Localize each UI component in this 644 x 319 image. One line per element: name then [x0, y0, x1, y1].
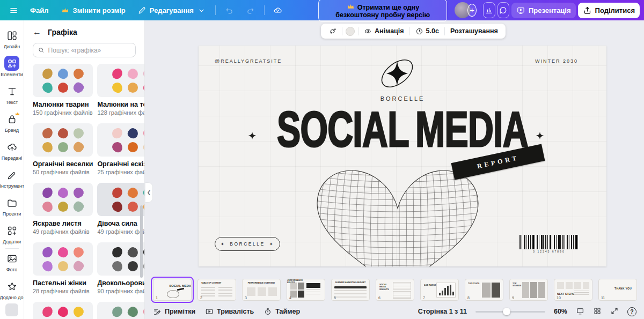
rail-item[interactable]: Додано до ... [0, 276, 24, 303]
slide-title-text[interactable]: SOCIAL MEDIA [199, 107, 606, 152]
slide-canvas[interactable]: @REALLYGREATSITE WINTER 2030 BORCELLE SO… [199, 46, 606, 266]
apps-icon [4, 223, 19, 238]
slide-number: 2 [200, 296, 202, 300]
slide-thumbnail[interactable]: SOCIAL MEDIA INSIGHTS 6 [376, 279, 414, 301]
present-button[interactable]: Презентація [511, 3, 576, 18]
barcode-graphic[interactable]: 0 12345 67890 [519, 235, 579, 253]
slide-handle-text[interactable]: @REALLYGREATSITE [215, 58, 282, 64]
cloud-check-icon [273, 6, 282, 15]
graphics-collection-tile[interactable]: Органічні веселки 50 графічних файлів [33, 123, 93, 175]
redo-button[interactable] [241, 3, 260, 18]
sparkle-icon[interactable] [248, 131, 257, 140]
graphics-collection-tile[interactable]: Пастельні жінки 28 графічних файлів [33, 242, 93, 294]
collection-count: 28 графічних файлів [33, 288, 93, 294]
rail-item[interactable]: Елементи [0, 53, 24, 80]
slide-thumbnail[interactable]: THANK YOU 11 [598, 279, 637, 301]
slide-filmstrip: SOCIAL MEDIA 1 TABLE OF CONTENT 2 PERFOR… [145, 273, 644, 306]
comments-button[interactable] [497, 2, 509, 18]
duration-button[interactable]: Тривалість [205, 307, 254, 316]
collection-preview [33, 242, 93, 276]
presentation-view-button[interactable] [576, 307, 584, 317]
slide-season-text[interactable]: WINTER 2030 [535, 58, 578, 64]
graphics-collection-tile[interactable]: Дівоча сила 49 графічних файлів [97, 183, 144, 235]
insights-button[interactable] [483, 2, 495, 18]
duration-button[interactable]: 5.0с [413, 26, 441, 37]
projects-icon [4, 195, 19, 210]
undo-button[interactable] [220, 3, 239, 18]
slide-thumbnail[interactable]: PERFORMANCE REVIEW 4 [287, 279, 325, 301]
canvas-area: Анімація 5.0с Розташування @REALLYGREATS… [145, 20, 644, 273]
graphics-collection-tile[interactable] [33, 302, 93, 319]
slide-toolbar: Анімація 5.0с Розташування [321, 24, 506, 39]
design-icon [4, 28, 19, 43]
borcelle-badge[interactable]: ✦ BORCELLE ✦ [215, 237, 280, 251]
sparkle-icon: ✦ [221, 242, 225, 247]
collection-title: Дівоча сила [97, 220, 144, 227]
file-menu-button[interactable]: Файл [25, 3, 54, 18]
panel-scrollbar[interactable] [140, 205, 143, 278]
slide-thumbnail[interactable]: TABLE OF CONTENT 2 [197, 279, 236, 301]
graphics-collection-tile[interactable]: Малюнки на тему к... 128 графічних файлі… [97, 64, 144, 116]
slide-number: 4 [289, 296, 291, 300]
slide-number: 6 [378, 296, 380, 300]
slide-thumbnail[interactable]: AGE RANGE 7 [420, 279, 459, 301]
graphics-panel: ← Графіка Малюнки тварин 150 графічних ф… [24, 20, 145, 319]
back-button[interactable]: ← [33, 28, 41, 36]
rail-item[interactable]: Фото [0, 248, 24, 276]
rail-item[interactable]: Дизайн [0, 25, 24, 53]
slide-thumbnail[interactable]: SOCIAL MEDIA 1 [153, 279, 192, 301]
animate-button[interactable]: Анімація [362, 26, 406, 37]
rail-item[interactable]: Інструменти [0, 164, 24, 192]
graphics-collection-tile[interactable] [97, 302, 144, 319]
pencil-icon [137, 6, 147, 15]
sparkle-icon[interactable] [536, 131, 544, 140]
notes-button[interactable]: Примітки [153, 307, 195, 316]
brand-name-text[interactable]: BORCELLE [199, 95, 606, 102]
rail-item[interactable]: Текст [0, 80, 24, 108]
zoom-slider[interactable] [475, 311, 545, 313]
slide-thumbnail[interactable]: SUMMER MARKETING BUDGET 5 [331, 279, 370, 301]
resize-button[interactable]: Змінити розмір [56, 3, 130, 18]
add-member-button[interactable]: + [467, 4, 477, 17]
slide-thumbnail[interactable]: TOP POSTS 8 [465, 279, 503, 301]
graphics-collection-tile[interactable]: Малюнки тварин 150 графічних файлів [33, 64, 93, 116]
animate-icon [364, 27, 372, 35]
graphics-collection-tile[interactable]: Органічні ескізи фр... 25 графічних файл… [97, 123, 144, 175]
trial-offer-button[interactable]: Отримати ще одну безкоштовну пробну верс… [318, 0, 447, 22]
timer-button[interactable]: Таймер [264, 307, 300, 316]
slide-thumbnail[interactable]: TOP STORIES 9 [509, 279, 548, 301]
cloud-save-button[interactable] [268, 3, 287, 18]
notes-icon [153, 307, 162, 316]
comment-bubble-icon [499, 6, 508, 15]
fullscreen-button[interactable] [610, 307, 619, 317]
collection-title: Малюнки на тему к... [97, 101, 144, 108]
slide-number: 8 [467, 296, 470, 300]
editing-mode-button[interactable]: Редагування [133, 3, 211, 18]
position-button[interactable]: Розташування [448, 26, 500, 36]
brand-logo[interactable] [376, 54, 419, 96]
zoom-slider-thumb[interactable] [503, 308, 510, 315]
slide-thumbnail[interactable]: NEXT STEPS 10 [554, 279, 592, 301]
chevron-down-icon [197, 6, 206, 15]
loop-button[interactable] [326, 26, 339, 37]
panel-collapse-button[interactable]: ❮ [145, 182, 153, 203]
collection-preview [97, 64, 144, 97]
collection-count: 49 графічних файлів [97, 228, 144, 235]
slide-thumbnail[interactable]: PERFORMANCE OVERVIEW 3 [242, 279, 281, 301]
tools-icon [4, 167, 19, 182]
search-input[interactable] [48, 47, 130, 54]
rail-item[interactable]: Бренд [0, 108, 24, 136]
rail-item[interactable]: Додатки [0, 220, 24, 248]
background-color-swatch[interactable] [346, 27, 355, 36]
search-box[interactable] [33, 43, 136, 57]
help-button[interactable]: ? [627, 307, 636, 316]
rail-item[interactable]: Проекти [0, 192, 24, 220]
collection-title: Пастельні жінки [33, 279, 93, 287]
graphics-collection-tile[interactable]: Двокольоровий ав... 90 графічних файлів [97, 242, 144, 294]
rail-item[interactable]: Передані [0, 136, 24, 164]
hamburger-menu-button[interactable] [4, 3, 23, 18]
grid-view-button[interactable] [593, 307, 602, 317]
collection-preview [33, 123, 93, 157]
graphics-collection-tile[interactable]: Яскраве листя 49 графічних файлів [33, 183, 93, 235]
share-button[interactable]: Поділитися [578, 3, 640, 18]
